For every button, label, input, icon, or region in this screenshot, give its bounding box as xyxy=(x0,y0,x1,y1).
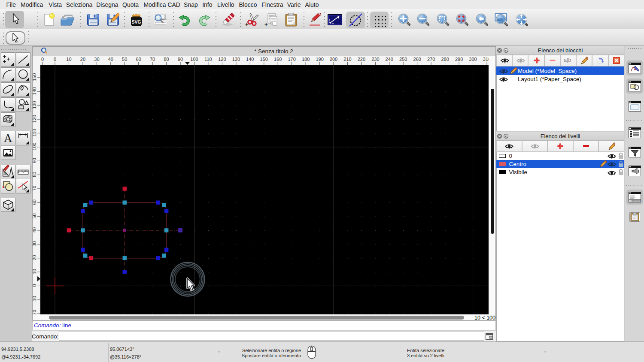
svg-text:210: 210 xyxy=(343,57,351,62)
svg-text:160: 160 xyxy=(274,57,282,62)
svg-text:200: 200 xyxy=(329,57,337,62)
svg-text:120: 120 xyxy=(218,57,226,62)
svg-text:140: 140 xyxy=(33,87,37,95)
svg-text:40: 40 xyxy=(108,57,113,62)
svg-text:SVG: SVG xyxy=(132,19,141,24)
svg-text:-10: -10 xyxy=(33,296,37,303)
svg-text:100: 100 xyxy=(33,143,37,151)
svg-text:110: 110 xyxy=(33,129,37,137)
svg-text:80: 80 xyxy=(33,172,37,177)
svg-text:130: 130 xyxy=(33,101,37,109)
svg-text:140: 140 xyxy=(246,57,254,62)
svg-text:0: 0 xyxy=(41,57,43,62)
svg-text:100: 100 xyxy=(190,57,198,62)
svg-text:60: 60 xyxy=(136,57,141,62)
svg-text:30: 30 xyxy=(33,241,37,246)
svg-text:150: 150 xyxy=(260,57,267,62)
svg-text:50: 50 xyxy=(122,57,127,62)
svg-text:190: 190 xyxy=(316,57,323,62)
svg-text:110: 110 xyxy=(204,57,212,62)
svg-text:c command: c command xyxy=(630,200,641,202)
svg-text:40: 40 xyxy=(33,227,37,232)
svg-text:90: 90 xyxy=(33,158,37,163)
svg-text:120: 120 xyxy=(33,115,37,123)
svg-text:180: 180 xyxy=(301,57,309,62)
svg-text:270: 270 xyxy=(427,57,434,62)
svg-text:+: + xyxy=(264,21,268,27)
svg-text:70: 70 xyxy=(33,186,37,191)
svg-text:-20: -20 xyxy=(33,310,37,315)
svg-text:20: 20 xyxy=(33,255,37,260)
svg-text:130: 130 xyxy=(232,57,240,62)
svg-text:310: 310 xyxy=(483,57,488,62)
svg-text:0: 0 xyxy=(53,57,56,62)
svg-text:150: 150 xyxy=(33,73,37,81)
svg-text:60: 60 xyxy=(33,199,37,205)
svg-text:50: 50 xyxy=(33,213,37,218)
svg-text:70: 70 xyxy=(149,57,155,62)
svg-text:230: 230 xyxy=(371,57,379,62)
svg-text:170: 170 xyxy=(288,57,295,62)
svg-text:30: 30 xyxy=(94,57,99,62)
svg-text:250: 250 xyxy=(399,57,407,62)
svg-text:10: 10 xyxy=(33,269,37,274)
svg-text:300: 300 xyxy=(469,57,477,62)
svg-text:240: 240 xyxy=(385,57,393,62)
svg-text:20: 20 xyxy=(80,57,85,62)
svg-text:A: A xyxy=(4,132,12,145)
svg-text:260: 260 xyxy=(413,57,421,62)
svg-text:0: 0 xyxy=(33,284,37,287)
svg-text:80: 80 xyxy=(164,57,169,62)
svg-text:10: 10 xyxy=(66,57,71,62)
svg-text:290: 290 xyxy=(455,57,462,62)
svg-text:90: 90 xyxy=(177,57,182,62)
svg-text:220: 220 xyxy=(357,57,365,62)
svg-text:280: 280 xyxy=(441,57,449,62)
